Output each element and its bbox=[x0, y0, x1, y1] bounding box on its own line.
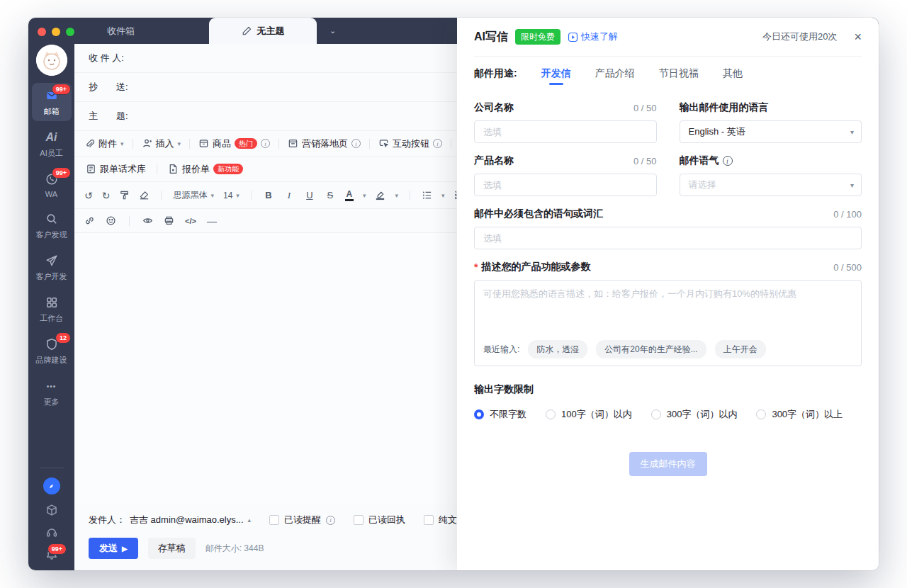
follow-up-scripts-button[interactable]: 跟单话术库 bbox=[84, 163, 147, 176]
generate-email-button[interactable]: 生成邮件内容 bbox=[629, 452, 707, 476]
chevron-down-icon: ▾ bbox=[120, 140, 124, 147]
radio-under-300[interactable]: 300字（词）以内 bbox=[651, 408, 738, 421]
font-color-button[interactable]: A bbox=[345, 190, 354, 201]
sidebar-item-more[interactable]: ••• 更多 bbox=[32, 373, 72, 412]
recent-chip[interactable]: 公司有20年的生产经验... bbox=[596, 340, 706, 358]
company-name-input[interactable] bbox=[474, 120, 657, 143]
save-draft-button[interactable]: 存草稿 bbox=[148, 538, 196, 559]
word-limit-label: 输出字数限制 bbox=[474, 383, 862, 396]
chevron-down-icon: ▾ bbox=[210, 192, 214, 199]
sidebar: 邮箱 99+ Ai AI员工 WA 99+ 客户发现 客户开发 工作台 品牌建设… bbox=[28, 18, 74, 570]
format-painter-icon[interactable] bbox=[119, 190, 130, 200]
minimize-window-button[interactable] bbox=[52, 28, 60, 36]
font-family-select[interactable]: 思源黑体 ▾ bbox=[173, 189, 214, 201]
sidebar-item-customer-discovery[interactable]: 客户发现 bbox=[32, 206, 72, 244]
chevron-down-icon[interactable]: ▾ bbox=[441, 192, 445, 199]
limited-free-badge: 限时免费 bbox=[515, 29, 560, 45]
recent-chip[interactable]: 防水，透湿 bbox=[528, 340, 587, 358]
sidebar-item-customer-development[interactable]: 客户开发 bbox=[32, 248, 72, 286]
description-textarea[interactable] bbox=[475, 281, 861, 336]
tab-inbox[interactable]: 收件箱 bbox=[98, 18, 209, 44]
emoji-icon[interactable] bbox=[106, 215, 116, 226]
landing-page-icon bbox=[288, 138, 298, 149]
sidebar-item-mail[interactable]: 邮箱 99+ bbox=[32, 83, 72, 121]
recent-chip[interactable]: 上午开会 bbox=[715, 340, 766, 358]
tab-holiday-greetings[interactable]: 节日祝福 bbox=[659, 57, 699, 90]
read-reminder-checkbox[interactable]: 已读提醒 i bbox=[269, 514, 335, 526]
email-purpose-tabs: 邮件用途: 开发信 产品介绍 节日祝福 其他 bbox=[474, 57, 862, 90]
printer-icon[interactable] bbox=[164, 215, 174, 226]
radio-over-300[interactable]: 300字（词）以上 bbox=[756, 408, 843, 421]
quotation-button[interactable]: 报价单 新功能 bbox=[167, 163, 244, 176]
send-button[interactable]: 发送 ▶ bbox=[89, 538, 138, 559]
bold-button[interactable]: B bbox=[263, 190, 274, 200]
info-icon[interactable]: i bbox=[723, 156, 733, 166]
tab-development-letter[interactable]: 开发信 bbox=[541, 57, 571, 90]
toolbar-divider bbox=[133, 139, 133, 149]
chevron-down-icon[interactable]: ▾ bbox=[395, 192, 398, 199]
email-tone-group: 邮件语气 i 请选择 ▾ bbox=[680, 154, 862, 196]
tab-compose[interactable]: 无主题 bbox=[209, 18, 317, 44]
sender-select[interactable]: 发件人： 吉吉 admin@waimao.elys... ▴ bbox=[89, 514, 251, 526]
output-language-select[interactable]: English - 英语 ▾ bbox=[680, 120, 862, 143]
notification-bell-icon[interactable]: 99+ bbox=[45, 548, 58, 560]
code-icon[interactable]: </> bbox=[185, 217, 196, 225]
must-include-input[interactable] bbox=[474, 227, 862, 249]
close-window-button[interactable] bbox=[38, 28, 46, 36]
apps-cube-icon[interactable] bbox=[45, 504, 58, 516]
ai-panel-header: AI写信 限时免费 快速了解 今日还可使用20次 × bbox=[474, 18, 862, 57]
headset-support-icon[interactable] bbox=[45, 526, 58, 538]
radio-icon bbox=[474, 409, 484, 419]
tab-list-chevron-icon[interactable]: ⌄ bbox=[329, 26, 336, 35]
preview-eye-icon[interactable] bbox=[142, 215, 153, 226]
sidebar-item-label: WA bbox=[45, 190, 57, 198]
product-button[interactable]: 商品 热门 i bbox=[197, 137, 271, 150]
sidebar-item-whatsapp[interactable]: WA 99+ bbox=[32, 166, 72, 203]
horizontal-rule-icon[interactable]: — bbox=[207, 215, 217, 227]
tab-other[interactable]: 其他 bbox=[723, 57, 743, 90]
chevron-down-icon: ▾ bbox=[178, 140, 181, 147]
chevron-down-icon[interactable]: ▾ bbox=[363, 192, 366, 199]
insert-button[interactable]: 插入 ▾ bbox=[140, 137, 183, 150]
read-receipt-checkbox[interactable]: 已读回执 bbox=[354, 514, 405, 526]
landing-page-button[interactable]: 营销落地页 i bbox=[286, 137, 362, 150]
product-name-input[interactable] bbox=[474, 174, 657, 196]
eraser-icon[interactable] bbox=[139, 190, 150, 200]
email-tone-select[interactable]: 请选择 ▾ bbox=[680, 174, 862, 196]
interactive-button-button[interactable]: 互动按钮 i bbox=[377, 137, 444, 150]
toolbar-divider bbox=[129, 216, 130, 226]
info-icon[interactable]: i bbox=[326, 516, 335, 525]
must-include-counter: 0 / 100 bbox=[833, 209, 862, 220]
product-name-counter: 0 / 50 bbox=[633, 156, 657, 166]
quick-learn-link[interactable]: 快速了解 bbox=[568, 30, 618, 43]
info-icon[interactable]: i bbox=[433, 139, 442, 148]
tab-product-introduction[interactable]: 产品介绍 bbox=[595, 57, 635, 90]
close-icon[interactable]: × bbox=[854, 30, 862, 43]
redo-icon[interactable]: ↻ bbox=[102, 190, 111, 201]
sidebar-item-workbench[interactable]: 工作台 bbox=[32, 290, 72, 328]
new-feature-badge: 新功能 bbox=[213, 164, 243, 174]
daily-quota-text: 今日还可使用20次 bbox=[762, 30, 837, 43]
bullet-list-icon[interactable] bbox=[422, 190, 432, 200]
info-icon[interactable]: i bbox=[351, 139, 361, 148]
toolbar-divider bbox=[157, 164, 157, 174]
highlight-color-icon[interactable] bbox=[375, 190, 385, 200]
sidebar-item-brand-building[interactable]: 品牌建设 12 bbox=[32, 332, 72, 370]
script-doc-icon bbox=[86, 164, 96, 174]
font-size-select[interactable]: 14 ▾ bbox=[223, 191, 240, 200]
italic-button[interactable]: I bbox=[283, 190, 295, 201]
strikethrough-button[interactable]: S bbox=[325, 190, 336, 200]
radio-no-limit[interactable]: 不限字数 bbox=[474, 408, 526, 421]
attachment-button[interactable]: 附件 ▾ bbox=[83, 137, 125, 150]
link-icon[interactable] bbox=[84, 215, 95, 226]
undo-icon[interactable]: ↺ bbox=[84, 190, 93, 201]
email-tone-label: 邮件语气 i bbox=[680, 154, 733, 167]
maximize-window-button[interactable] bbox=[66, 28, 74, 36]
sidebar-item-ai-staff[interactable]: Ai AI员工 bbox=[32, 125, 72, 163]
info-icon[interactable]: i bbox=[261, 139, 270, 148]
compass-icon[interactable] bbox=[43, 477, 60, 494]
font-color-bar bbox=[345, 199, 354, 201]
underline-button[interactable]: U bbox=[304, 190, 315, 200]
radio-under-100[interactable]: 100字（词）以内 bbox=[546, 408, 632, 421]
avatar[interactable] bbox=[36, 45, 67, 76]
